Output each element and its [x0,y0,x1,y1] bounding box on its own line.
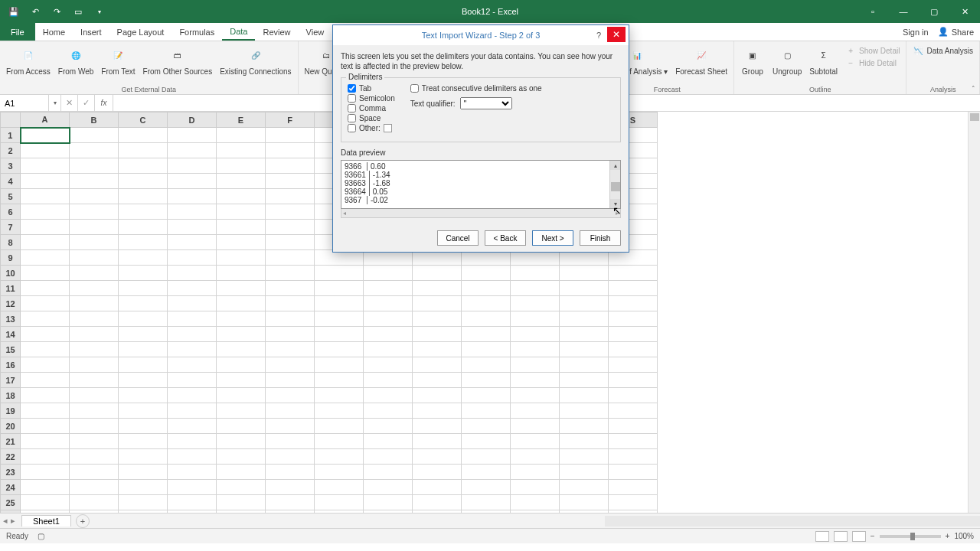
cell[interactable] [21,388,70,403]
row-header[interactable]: 15 [1,342,21,357]
cell[interactable] [609,403,658,419]
delimiter-other-input[interactable] [384,124,392,132]
cell[interactable] [462,403,511,419]
cell[interactable] [560,266,609,281]
zoom-in-button[interactable]: + [946,532,950,540]
cell[interactable] [168,327,217,342]
cell[interactable] [119,480,168,495]
cell[interactable] [217,327,266,342]
cell[interactable] [266,480,315,495]
cell[interactable] [119,465,168,480]
cell[interactable] [21,250,70,266]
cell[interactable] [266,357,315,373]
zoom-level[interactable]: 100% [954,532,974,540]
cell[interactable] [266,189,315,204]
cell[interactable] [511,266,560,281]
cell[interactable] [609,266,658,281]
cell[interactable] [364,311,413,327]
cell[interactable] [21,357,70,373]
cell[interactable] [364,342,413,357]
cell[interactable] [168,419,217,434]
cell[interactable] [413,449,462,465]
cell[interactable] [70,403,119,419]
share-button[interactable]: 👤 Share [938,27,974,37]
cell[interactable] [315,449,364,465]
cell[interactable] [511,480,560,495]
cell[interactable] [168,495,217,510]
cell[interactable] [560,419,609,434]
cell[interactable] [413,327,462,342]
cell[interactable] [168,220,217,235]
cell[interactable] [462,296,511,311]
save-icon[interactable]: 💾 [6,4,21,19]
cell[interactable] [413,357,462,373]
cell[interactable] [315,495,364,510]
cell[interactable] [266,419,315,434]
cell[interactable] [70,480,119,495]
cell[interactable] [413,266,462,281]
cell[interactable] [511,434,560,449]
cell[interactable] [217,449,266,465]
cell[interactable] [315,296,364,311]
cell[interactable] [609,281,658,296]
accept-formula-icon[interactable]: ✓ [78,95,95,111]
from-other-sources-button[interactable]: 🗃From Other Sources [140,43,216,85]
row-header[interactable]: 20 [1,419,21,434]
cell[interactable] [70,281,119,296]
file-tab[interactable]: File [0,23,35,41]
cell[interactable] [315,281,364,296]
cell[interactable] [266,266,315,281]
cell[interactable] [70,419,119,434]
cell[interactable] [21,311,70,327]
cell[interactable] [462,495,511,510]
cell[interactable] [266,434,315,449]
cell[interactable] [266,495,315,510]
cell[interactable] [70,434,119,449]
row-header[interactable]: 19 [1,403,21,419]
cell[interactable] [266,143,315,158]
tab-home[interactable]: Home [35,23,73,41]
cell[interactable] [511,373,560,388]
name-box-dropdown-icon[interactable]: ▾ [49,95,61,111]
finish-button[interactable]: Finish [580,230,621,246]
cell[interactable] [70,189,119,204]
page-break-view-button[interactable] [852,531,866,542]
cell[interactable] [119,250,168,266]
sheet-tab[interactable]: Sheet1 [21,515,71,527]
cell[interactable] [266,311,315,327]
cell[interactable] [119,220,168,235]
row-header[interactable]: 7 [1,220,21,235]
delimiter-semicolon-checkbox[interactable]: Semicolon [348,94,395,103]
cell[interactable] [609,373,658,388]
cell[interactable] [217,419,266,434]
cell[interactable] [266,403,315,419]
cell[interactable] [266,373,315,388]
name-box[interactable]: A1 [0,95,49,111]
touch-mode-icon[interactable]: ▭ [70,4,86,19]
cell[interactable] [364,266,413,281]
cell[interactable] [70,204,119,220]
cell[interactable] [168,174,217,189]
from-access-button[interactable]: 📄From Access [3,43,54,85]
cell[interactable] [168,403,217,419]
show-detail-button[interactable]: +Show Detail [842,44,903,57]
cell[interactable] [560,327,609,342]
cell[interactable] [119,311,168,327]
tab-data[interactable]: Data [222,23,255,41]
cell[interactable] [119,266,168,281]
cell[interactable] [364,465,413,480]
fx-icon[interactable]: fx [95,95,113,111]
row-header[interactable]: 12 [1,296,21,311]
cell[interactable] [609,434,658,449]
cell[interactable] [266,235,315,250]
cell[interactable] [609,419,658,434]
cell[interactable] [511,342,560,357]
delimiter-other-checkbox[interactable]: Other: [348,124,395,132]
cell[interactable] [168,281,217,296]
row-header[interactable]: 17 [1,373,21,388]
cell[interactable] [21,327,70,342]
cell[interactable] [560,296,609,311]
page-layout-view-button[interactable] [834,531,848,542]
cell[interactable] [413,495,462,510]
cell[interactable] [560,311,609,327]
